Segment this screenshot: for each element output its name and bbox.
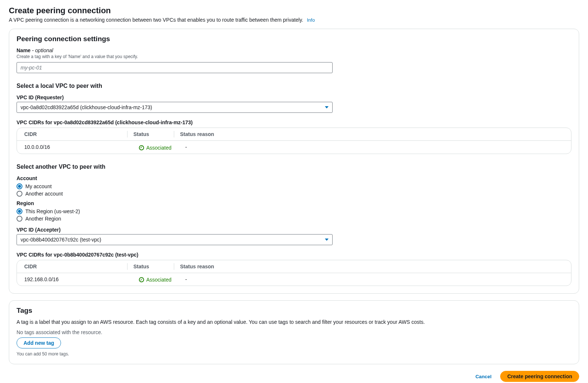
th-reason: Status reason <box>174 264 564 269</box>
local-cidrs-heading: VPC CIDRs for vpc-0a8d02cd83922a65d (cli… <box>17 119 571 125</box>
info-link[interactable]: Info <box>307 17 315 23</box>
vpc-requester-label: VPC ID (Requester) <box>17 94 571 100</box>
cell-reason: - <box>179 144 564 150</box>
th-cidr: CIDR <box>24 264 127 269</box>
radio-my-account[interactable]: My account <box>17 183 571 189</box>
page-description-row: A VPC peering connection is a networking… <box>9 17 579 23</box>
table-header-row: CIDR Status Status reason <box>17 260 571 273</box>
region-radio-group: This Region (us-west-2) Another Region <box>17 208 571 222</box>
cell-status: Associated <box>146 145 171 151</box>
name-optional: - optional <box>31 47 53 53</box>
th-reason: Status reason <box>174 131 564 137</box>
account-radio-group: My account Another account <box>17 183 571 197</box>
peering-settings-panel: Peering connection settings Name - optio… <box>9 29 579 294</box>
table-row: 10.0.0.0/16 Associated - <box>17 141 571 154</box>
region-label: Region <box>17 200 571 206</box>
add-tag-button[interactable]: Add new tag <box>17 337 61 348</box>
peering-settings-title: Peering connection settings <box>17 35 571 43</box>
status-badge: Associated <box>139 145 171 151</box>
table-header-row: CIDR Status Status reason <box>17 128 571 141</box>
tags-panel: Tags A tag is a label that you assign to… <box>9 300 579 364</box>
check-circle-icon <box>139 145 144 150</box>
check-circle-icon <box>139 277 144 282</box>
chevron-down-icon <box>325 239 329 241</box>
cell-reason: - <box>179 276 564 282</box>
page-title: Create peering connection <box>9 6 579 15</box>
page-description: A VPC peering connection is a networking… <box>9 17 303 23</box>
radio-my-account-label: My account <box>25 183 52 189</box>
radio-another-region[interactable]: Another Region <box>17 216 571 222</box>
th-cidr: CIDR <box>24 131 127 137</box>
tags-empty-text: No tags associated with the resource. <box>17 329 571 335</box>
account-label: Account <box>17 175 571 181</box>
accepter-cidrs-heading: VPC CIDRs for vpc-0b8b400d20767c92c (tes… <box>17 252 571 258</box>
name-hint: Create a tag with a key of 'Name' and a … <box>17 54 571 59</box>
name-label: Name - optional <box>17 47 571 53</box>
tags-description: A tag is a label that you assign to an A… <box>17 319 571 325</box>
radio-another-account[interactable]: Another account <box>17 191 571 197</box>
tags-title: Tags <box>17 307 571 315</box>
vpc-accepter-label: VPC ID (Accepter) <box>17 227 571 233</box>
table-row: 192.168.0.0/16 Associated - <box>17 273 571 286</box>
radio-this-region-label: This Region (us-west-2) <box>25 208 80 214</box>
chevron-down-icon <box>325 106 329 108</box>
local-cidr-table: CIDR Status Status reason 10.0.0.0/16 As… <box>17 128 571 154</box>
footer-actions: Cancel Create peering connection <box>9 371 579 382</box>
radio-another-region-label: Another Region <box>25 216 61 222</box>
cell-cidr: 10.0.0.0/16 <box>24 144 127 150</box>
tags-limit-note: You can add 50 more tags. <box>17 351 571 357</box>
create-peering-button[interactable]: Create peering connection <box>500 371 579 382</box>
another-vpc-section-title: Select another VPC to peer with <box>17 164 571 170</box>
vpc-accepter-select[interactable]: vpc-0b8b400d20767c92c (test-vpc) <box>17 234 333 245</box>
th-status: Status <box>133 131 174 137</box>
cell-status: Associated <box>146 277 171 283</box>
local-vpc-section-title: Select a local VPC to peer with <box>17 83 571 89</box>
cancel-button[interactable]: Cancel <box>470 371 497 382</box>
status-badge: Associated <box>139 277 171 283</box>
radio-this-region[interactable]: This Region (us-west-2) <box>17 208 571 214</box>
name-label-text: Name <box>17 47 31 53</box>
name-input[interactable] <box>17 62 333 73</box>
vpc-requester-select[interactable]: vpc-0a8d02cd83922a65d (clickhouse-cloud-… <box>17 102 333 113</box>
accepter-cidr-table: CIDR Status Status reason 192.168.0.0/16… <box>17 260 571 286</box>
cell-cidr: 192.168.0.0/16 <box>24 276 127 282</box>
th-status: Status <box>133 264 174 269</box>
vpc-accepter-value: vpc-0b8b400d20767c92c (test-vpc) <box>21 237 101 243</box>
radio-another-account-label: Another account <box>25 191 63 197</box>
vpc-requester-value: vpc-0a8d02cd83922a65d (clickhouse-cloud-… <box>21 104 152 110</box>
